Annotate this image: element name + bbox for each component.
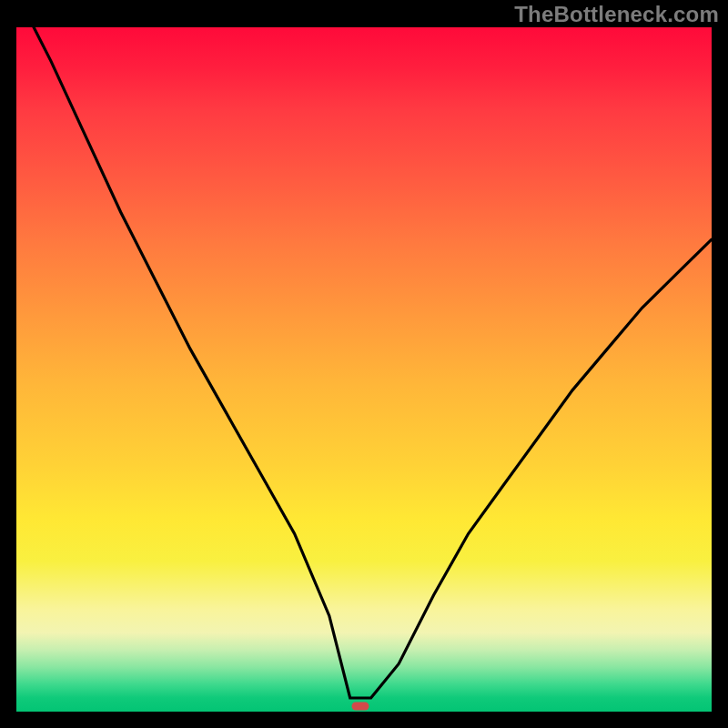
bottleneck-curve — [16, 27, 712, 712]
watermark-text: TheBottleneck.com — [514, 2, 719, 27]
plot-area — [16, 27, 712, 712]
optimal-marker-icon — [352, 702, 369, 710]
chart-frame: TheBottleneck.com — [0, 0, 728, 728]
